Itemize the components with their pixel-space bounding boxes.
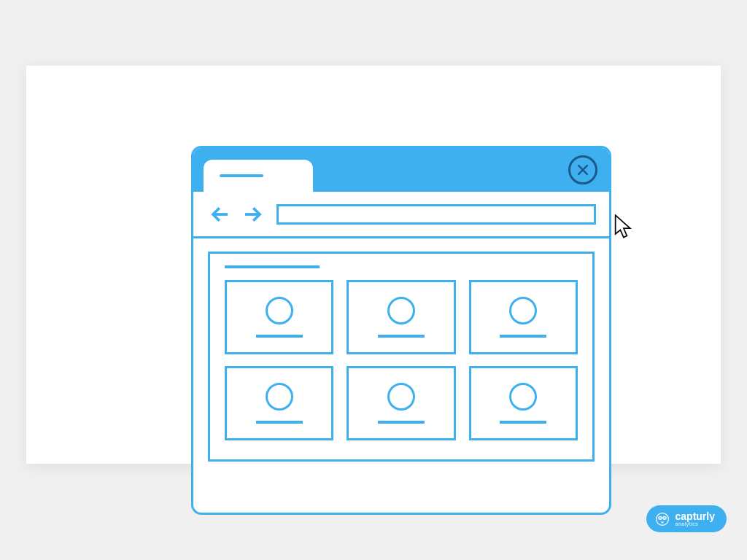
browser-window <box>191 146 611 515</box>
avatar-circle-icon <box>266 383 293 411</box>
arrow-right-icon <box>241 203 263 225</box>
avatar-circle-icon <box>266 297 293 324</box>
svg-point-9 <box>664 517 665 518</box>
avatar-circle-icon <box>387 383 415 411</box>
svg-marker-4 <box>616 215 630 237</box>
arrow-left-icon <box>209 203 231 225</box>
card-item[interactable] <box>347 280 455 354</box>
card-item[interactable] <box>347 366 455 440</box>
browser-tab-bar <box>193 148 609 192</box>
content-panel <box>208 252 595 462</box>
browser-toolbar <box>193 192 609 238</box>
brand-name: capturly <box>676 511 715 521</box>
card-label-placeholder <box>256 335 303 338</box>
card-item[interactable] <box>469 280 578 354</box>
close-button[interactable] <box>568 155 597 184</box>
brand-badge: capturly analytics <box>646 505 727 532</box>
cursor-icon <box>614 214 635 241</box>
brand-subline: analytics <box>676 521 715 526</box>
card-item[interactable] <box>225 280 333 354</box>
avatar-circle-icon <box>509 297 537 324</box>
forward-button[interactable] <box>239 201 266 228</box>
card-label-placeholder <box>500 421 546 424</box>
back-button[interactable] <box>206 201 234 228</box>
page-content <box>193 238 609 475</box>
close-icon <box>576 163 590 177</box>
avatar-circle-icon <box>387 297 415 324</box>
card-item[interactable] <box>469 366 578 440</box>
avatar-circle-icon <box>509 383 537 411</box>
address-bar[interactable] <box>276 204 596 225</box>
card-label-placeholder <box>378 421 425 424</box>
card-grid <box>225 280 578 440</box>
browser-tab[interactable] <box>204 160 313 192</box>
owl-icon <box>655 512 670 526</box>
card-label-placeholder <box>500 335 546 338</box>
illustration-canvas <box>26 66 721 464</box>
svg-point-8 <box>659 517 661 518</box>
panel-title-placeholder <box>225 265 320 268</box>
card-label-placeholder <box>256 421 303 424</box>
card-item[interactable] <box>225 366 333 440</box>
card-label-placeholder <box>378 335 425 338</box>
